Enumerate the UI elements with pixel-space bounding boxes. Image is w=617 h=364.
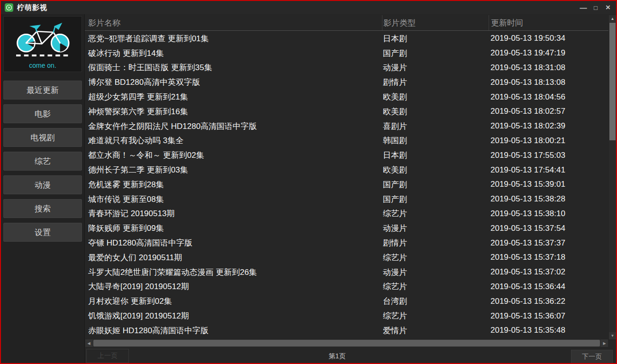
table-header: 影片名称 影片类型 更新时间	[85, 15, 608, 31]
movie-title: 博尔登 BD1280高清中英双字版	[85, 77, 382, 88]
window-title: 柠萌影视	[17, 3, 47, 12]
table-row[interactable]: 最爱的女人们 20190511期 综艺片 2019-05-13 15:37:18	[85, 250, 608, 265]
movie-type: 剧情片	[382, 77, 489, 88]
movie-type: 动漫片	[382, 223, 489, 234]
close-icon[interactable]: ×	[602, 2, 614, 13]
movie-updated-time: 2019-05-13 18:02:57	[489, 107, 608, 116]
movie-updated-time: 2019-05-13 15:36:07	[489, 311, 608, 321]
movie-title: 超级少女第四季 更新到21集	[85, 91, 382, 102]
movie-title: 饥饿游戏[2019] 20190512期	[85, 310, 382, 321]
table-row[interactable]: 德州长子第二季 更新到03集 欧美剧 2019-05-13 17:54:41	[85, 163, 608, 177]
scroll-up-icon[interactable]: ▲	[609, 15, 616, 22]
table-row[interactable]: 难道就只有我心动吗 3集全 韩国剧 2019-05-13 18:00:21	[85, 134, 608, 148]
movie-title: 破冰行动 更新到14集	[85, 48, 382, 59]
movie-updated-time: 2019-05-13 15:36:22	[489, 297, 608, 306]
movie-updated-time: 2019-05-13 19:47:19	[489, 48, 608, 58]
next-page-button[interactable]: 下一页	[571, 350, 613, 364]
table-row[interactable]: 博尔登 BD1280高清中英双字版 剧情片 2019-05-13 18:13:0…	[85, 75, 608, 90]
movie-title: 月村欢迎你 更新到02集	[85, 296, 382, 307]
table-row[interactable]: 超级少女第四季 更新到21集 欧美剧 2019-05-13 18:04:56	[85, 90, 608, 104]
movie-type: 综艺片	[382, 281, 489, 292]
table-row[interactable]: 都立水商！～令和～ 更新到02集 日本剧 2019-05-13 17:55:03	[85, 148, 608, 163]
movie-type: 日本剧	[382, 150, 489, 161]
play-icon	[5, 3, 13, 12]
movie-updated-time: 2019-05-13 15:37:02	[489, 267, 608, 277]
table-row[interactable]: 降妖贱师 更新到09集 动漫片 2019-05-13 15:37:54	[85, 221, 608, 236]
movie-updated-time: 2019-05-13 15:37:18	[489, 253, 608, 262]
table-row[interactable]: 恶党~犯罪者追踪调查 更新到01集 日本剧 2019-05-13 19:50:3…	[85, 31, 608, 46]
movie-type: 动漫片	[382, 62, 489, 73]
movie-type: 欧美剧	[382, 91, 489, 102]
vertical-scrollbar[interactable]: ▲ ▼	[609, 15, 616, 339]
movie-title: 都立水商！～令和～ 更新到02集	[85, 150, 382, 161]
movie-title: 德州长子第二季 更新到03集	[85, 164, 382, 175]
movie-title: 夺镖 HD1280高清国语中字版	[85, 237, 382, 248]
table-row[interactable]: 金牌女仵作之阴阳法尺 HD1280高清国语中字版 喜剧片 2019-05-13 …	[85, 119, 608, 134]
movie-list: 恶党~犯罪者追踪调查 更新到01集 日本剧 2019-05-13 19:50:3…	[85, 31, 608, 338]
sidebar-item[interactable]: 电视剧	[3, 128, 82, 147]
table-row[interactable]: 破冰行动 更新到14集 国产剧 2019-05-13 19:47:19	[85, 46, 608, 61]
title-bar: 柠萌影视 — □ ×	[1, 1, 616, 14]
scroll-right-icon[interactable]: ▶	[601, 339, 608, 347]
movie-type: 爱情片	[382, 325, 489, 336]
movie-updated-time: 2019-05-13 15:39:01	[489, 180, 608, 189]
movie-title: 城市传说 更新至08集	[85, 194, 382, 205]
horizontal-scrollbar[interactable]: ◀ ▶	[85, 339, 608, 347]
sidebar-item[interactable]: 电影	[3, 104, 82, 123]
maximize-icon[interactable]: □	[590, 2, 602, 13]
sidebar-item[interactable]: 搜索	[3, 199, 82, 218]
table-row[interactable]: 青春环游记 20190513期 综艺片 2019-05-13 15:38:10	[85, 207, 608, 221]
movie-type: 国产剧	[382, 194, 489, 205]
sidebar-menu: 最近更新 电影 电视剧 综艺 动漫 搜索	[3, 76, 82, 242]
movie-title: 恶党~犯罪者追踪调查 更新到01集	[85, 33, 382, 44]
movie-type: 综艺片	[382, 208, 489, 219]
table-row[interactable]: 斗罗大陆2绝世唐门荣耀篇动态漫画 更新到26集 动漫片 2019-05-13 1…	[85, 265, 608, 280]
movie-title: 赤眼妖姬 HD1280高清国语中字版	[85, 325, 382, 336]
bicycle-icon	[9, 19, 76, 61]
table-row[interactable]: 神烦警探第六季 更新到16集 欧美剧 2019-05-13 18:02:57	[85, 104, 608, 119]
movie-updated-time: 2019-05-13 15:38:10	[489, 209, 608, 218]
table-row[interactable]: 城市传说 更新至08集 国产剧 2019-05-13 15:38:28	[85, 192, 608, 207]
sidebar-item[interactable]: 最近更新	[3, 81, 82, 100]
movie-updated-time: 2019-05-13 15:38:28	[489, 194, 608, 204]
movie-updated-time: 2019-05-13 15:37:37	[489, 238, 608, 248]
movie-updated-time: 2019-05-13 18:04:56	[489, 92, 608, 102]
movie-type: 综艺片	[382, 310, 489, 321]
sidebar-item[interactable]: 动漫	[3, 175, 82, 194]
movie-updated-time: 2019-05-13 18:02:39	[489, 121, 608, 131]
column-header-type: 影片类型	[382, 15, 489, 30]
logo-panel: come on.	[3, 16, 82, 72]
sidebar-item[interactable]: 设置	[3, 223, 82, 242]
movie-title: 金牌女仵作之阴阳法尺 HD1280高清国语中字版	[85, 121, 382, 132]
table-row[interactable]: 危机迷雾 更新到28集 国产剧 2019-05-13 15:39:01	[85, 177, 608, 192]
table-row[interactable]: 赤眼妖姬 HD1280高清国语中字版 爱情片 2019-05-13 15:35:…	[85, 323, 608, 338]
column-header-name: 影片名称	[85, 15, 382, 30]
column-header-time: 更新时间	[489, 15, 608, 30]
sidebar-item-label: 搜索	[35, 203, 51, 214]
sidebar-item[interactable]: 综艺	[3, 152, 82, 171]
movie-title: 假面骑士：时王国语版 更新到35集	[85, 62, 382, 73]
movie-title: 危机迷雾 更新到28集	[85, 179, 382, 190]
movie-updated-time: 2019-05-13 19:50:34	[489, 34, 608, 43]
table-row[interactable]: 饥饿游戏[2019] 20190512期 综艺片 2019-05-13 15:3…	[85, 309, 608, 323]
logo-caption: come on.	[29, 62, 56, 69]
content-area: 影片名称 影片类型 更新时间 恶党~犯罪者追踪调查 更新到01集 日本剧 201…	[84, 14, 616, 363]
current-page-label: 第1页	[85, 348, 616, 364]
sidebar-item-label: 综艺	[35, 156, 51, 167]
table-row[interactable]: 假面骑士：时王国语版 更新到35集 动漫片 2019-05-13 18:31:0…	[85, 61, 608, 75]
table-row[interactable]: 月村欢迎你 更新到02集 台湾剧 2019-05-13 15:36:22	[85, 294, 608, 309]
sidebar: come on. 最近更新 电影 电视剧 综艺	[1, 14, 84, 363]
app-window: 柠萌影视 — □ ×	[0, 0, 617, 364]
vertical-scrollbar-thumb[interactable]	[609, 23, 616, 140]
table-row[interactable]: 夺镖 HD1280高清国语中字版 剧情片 2019-05-13 15:37:37	[85, 236, 608, 250]
movie-type: 动漫片	[382, 267, 489, 278]
horizontal-scrollbar-thumb[interactable]	[93, 340, 600, 346]
scroll-left-icon[interactable]: ◀	[85, 339, 92, 347]
movie-title: 降妖贱师 更新到09集	[85, 223, 382, 234]
movie-type: 国产剧	[382, 179, 489, 190]
minimize-icon[interactable]: —	[577, 2, 590, 13]
table-row[interactable]: 大陆寻奇[2019] 20190512期 综艺片 2019-05-13 15:3…	[85, 280, 608, 294]
movie-title: 斗罗大陆2绝世唐门荣耀篇动态漫画 更新到26集	[85, 267, 382, 278]
movie-type: 日本剧	[382, 33, 489, 44]
scroll-down-icon[interactable]: ▼	[609, 332, 616, 339]
